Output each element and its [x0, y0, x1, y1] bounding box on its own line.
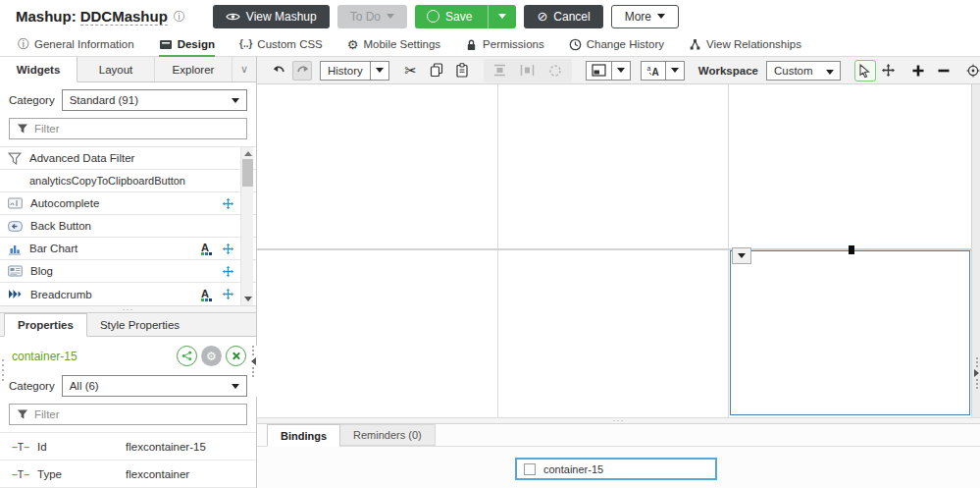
- tab-custom-css[interactable]: {..} Custom CSS: [239, 32, 323, 57]
- pointer-tool[interactable]: [854, 60, 876, 81]
- todo-button[interactable]: To Do: [337, 5, 407, 28]
- eye-icon: [226, 12, 240, 22]
- tab-layout[interactable]: Layout: [77, 57, 155, 81]
- workspace-select[interactable]: Custom: [766, 61, 841, 81]
- widget-list-scrollbar[interactable]: [240, 147, 253, 305]
- widget-row-analytics-copy-button[interactable]: analyticsCopyToClipboardButton: [0, 170, 256, 192]
- bind-icon[interactable]: [177, 346, 197, 366]
- move-icon[interactable]: [222, 265, 234, 278]
- gear-icon: ⚙: [347, 38, 359, 51]
- scrollbar-thumb[interactable]: [242, 159, 253, 187]
- left-panel-splitter[interactable]: [249, 346, 257, 397]
- widget-category-select[interactable]: Standard (91): [62, 89, 247, 111]
- left-panel: Widgets Layout Explorer ∨ Category Stand…: [0, 57, 257, 488]
- more-button[interactable]: More: [611, 5, 679, 28]
- redo-icon[interactable]: [292, 61, 312, 81]
- container-insert-dropdown[interactable]: [586, 61, 631, 81]
- zoom-in-tool[interactable]: [907, 60, 929, 81]
- category-label: Category: [9, 94, 55, 106]
- translate-icon: aA: [646, 64, 660, 77]
- distribute-vertical-icon[interactable]: [518, 61, 538, 81]
- property-category-select[interactable]: All (6): [62, 375, 247, 397]
- move-icon[interactable]: [222, 243, 234, 255]
- collapse-left-icon: [251, 357, 256, 365]
- tab-widgets[interactable]: Widgets: [0, 57, 77, 82]
- widget-row-advanced-data-filter[interactable]: Advanced Data Filter: [0, 147, 256, 170]
- page-title: Mashup:DDCMashup ⓘ: [16, 8, 185, 26]
- gear-icon[interactable]: ⚙: [201, 346, 222, 366]
- panel-splitter[interactable]: ···: [0, 305, 256, 313]
- tab-mobile-settings[interactable]: ⚙ Mobile Settings: [347, 32, 440, 57]
- property-row-type: –T– Type flexcontainer: [0, 460, 256, 487]
- tab-change-history[interactable]: Change History: [569, 32, 664, 57]
- widget-row-blog[interactable]: Blog: [0, 260, 256, 283]
- snap-icon[interactable]: [545, 61, 565, 81]
- widget-category-row: Category Standard (91): [0, 82, 256, 115]
- move-icon[interactable]: [222, 288, 234, 300]
- localization-dropdown[interactable]: aA: [641, 61, 685, 81]
- widget-row-back-button[interactable]: Back Button: [0, 215, 256, 238]
- resize-handle[interactable]: [849, 245, 854, 254]
- panel-collapse-chevron[interactable]: ∨: [232, 57, 256, 81]
- alignment-tools-group: [484, 59, 572, 82]
- history-dropdown[interactable]: History: [320, 61, 389, 81]
- view-mashup-button[interactable]: View Mashup: [213, 5, 330, 28]
- mashup-builder-window: Mashup:DDCMashup ⓘ View Mashup To Do Sav…: [0, 0, 980, 488]
- tab-permissions[interactable]: Permissions: [465, 32, 544, 57]
- caret-down-icon: [498, 14, 506, 19]
- design-icon: [159, 38, 173, 51]
- tab-reminders[interactable]: Reminders (0): [340, 424, 436, 446]
- tab-view-relationships[interactable]: View Relationships: [689, 32, 801, 57]
- checkbox[interactable]: [524, 463, 536, 475]
- property-filter-box: [9, 404, 247, 425]
- cancel-button[interactable]: ⊘ Cancel: [524, 5, 602, 28]
- autocomplete-icon: [8, 197, 23, 209]
- info-icon[interactable]: ⓘ: [174, 11, 185, 23]
- save-button[interactable]: Save: [415, 5, 516, 28]
- selected-flex-container[interactable]: [730, 250, 970, 415]
- property-filter-input[interactable]: [34, 408, 239, 420]
- tab-general-information[interactable]: ⓘ General Information: [18, 32, 134, 57]
- bottom-panel-splitter[interactable]: ···: [257, 417, 980, 424]
- tab-design[interactable]: Design: [159, 32, 215, 57]
- widget-row-bar-chart[interactable]: Bar Chart A: [0, 238, 256, 260]
- pan-tool[interactable]: [878, 60, 900, 81]
- zoom-in-icon: [911, 64, 925, 78]
- copy-icon[interactable]: [427, 61, 446, 81]
- zoom-out-tool[interactable]: [933, 60, 954, 81]
- tab-properties[interactable]: Properties: [4, 313, 87, 337]
- left-edge-grip[interactable]: [1, 359, 5, 407]
- tab-explorer[interactable]: Explorer: [155, 57, 232, 81]
- container-icon: [592, 64, 606, 77]
- tab-style-properties[interactable]: Style Properties: [87, 313, 192, 336]
- localization-token-icon[interactable]: A: [201, 242, 214, 255]
- localization-token-icon[interactable]: A: [201, 288, 214, 301]
- distribute-horizontal-icon[interactable]: [490, 61, 510, 81]
- design-canvas[interactable]: [257, 84, 971, 417]
- properties-header: container-15 ⚙: [0, 337, 256, 373]
- binding-target-chip[interactable]: container-15: [515, 458, 717, 480]
- save-options-caret[interactable]: [488, 5, 516, 28]
- zoom-reset-tool[interactable]: [962, 60, 980, 81]
- widget-row-breadcrumb[interactable]: Breadcrumb A: [0, 283, 256, 305]
- braces-icon: {..}: [239, 39, 252, 49]
- zoom-out-icon: [937, 64, 951, 78]
- scroll-down-icon[interactable]: [244, 297, 252, 301]
- caret-down-icon: [657, 14, 665, 19]
- scroll-up-icon[interactable]: [244, 151, 252, 156]
- lock-icon: [465, 38, 478, 51]
- close-icon[interactable]: [226, 346, 246, 366]
- widget-row-autocomplete[interactable]: Autocomplete: [0, 192, 256, 215]
- canvas-toolbar: History ✂ aA Workspa: [257, 57, 980, 84]
- right-panel-splitter[interactable]: [973, 357, 980, 389]
- tab-bindings[interactable]: Bindings: [267, 424, 340, 447]
- svg-text:A: A: [651, 67, 658, 77]
- paste-icon[interactable]: [452, 61, 472, 81]
- clock-icon: [569, 38, 582, 51]
- container-options-dropdown[interactable]: [732, 247, 751, 264]
- move-icon[interactable]: [222, 197, 234, 210]
- property-row-id: –T– Id flexcontainer-15: [0, 432, 256, 460]
- widget-filter-input[interactable]: [34, 123, 239, 135]
- undo-icon[interactable]: [269, 61, 288, 81]
- cut-icon[interactable]: ✂: [401, 61, 421, 81]
